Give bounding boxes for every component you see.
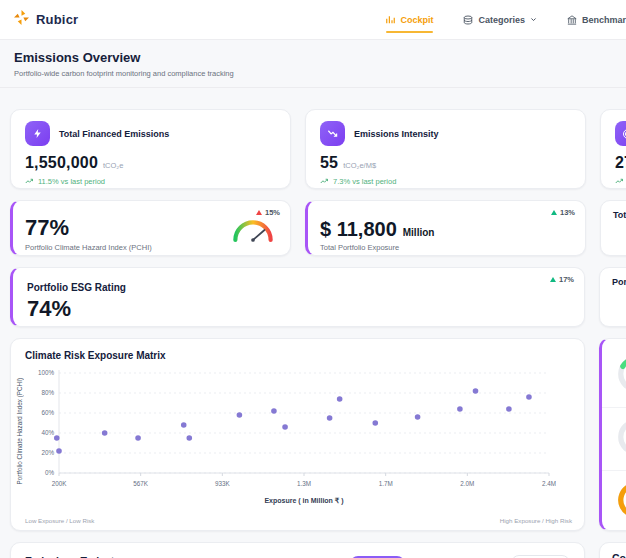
kpi-value: 1,550,000 (25, 154, 98, 172)
right-card-mid-title: Portfoli (612, 277, 626, 287)
rubicr-logo-icon (14, 10, 29, 29)
progress-ring-gray-icon (616, 416, 626, 458)
chart-footer: Low Exposure / Low Risk High Exposure / … (25, 517, 572, 524)
top-navbar: Rubicr Cockpit Categories Benchmarks (0, 0, 626, 40)
risk-matrix-svg: 0%20%40%60%80%100%200K567K933K1.3M1.7M2.… (25, 365, 556, 515)
main-nav: Cockpit Categories Benchmarks (386, 9, 626, 31)
triangle-up-icon (550, 277, 556, 282)
chevron-down-icon (530, 16, 537, 23)
exposure-label: Total Portfolio Exposure (320, 243, 573, 252)
svg-text:200K: 200K (52, 480, 68, 487)
svg-text:0%: 0% (45, 469, 55, 476)
risk-matrix-card[interactable]: Climate Risk Exposure Matrix Portfolio C… (10, 338, 585, 531)
kpi-card-total-financed-emissions[interactable]: Total Financed Emissions 1,550,000 tCO₂e… (10, 109, 291, 189)
brand[interactable]: Rubicr (14, 10, 78, 29)
kpi-unit: tCO₂e (103, 161, 123, 170)
svg-text:933K: 933K (215, 480, 231, 487)
ring-row-orange (602, 471, 626, 531)
kpi-card-emissions-intensity[interactable]: Emissions Intensity 55 tCO₂e/M$ 7.3% vs … (305, 109, 586, 189)
page-title: Emissions Overview (14, 50, 612, 65)
svg-text:20%: 20% (41, 449, 54, 456)
stat-row: 15% 77% Portfolio Climate Hazard Index (… (10, 200, 626, 256)
svg-text:567K: 567K (133, 480, 149, 487)
bolt-icon (25, 121, 50, 146)
trajectory-row: Emissions Trajectory Monthly Emissions (… (10, 542, 626, 558)
kpi-value: 55 (320, 154, 338, 172)
footer-low-risk: Low Exposure / Low Risk (25, 517, 94, 524)
svg-text:80%: 80% (41, 389, 54, 396)
kpi-card-clipped[interactable]: 27 4. (600, 109, 626, 189)
triangle-up-icon (551, 210, 557, 215)
page-header: Emissions Overview Portfolio-wide carbon… (0, 40, 626, 88)
esg-rating-card[interactable]: 17% Portfolio ESG Rating 74% (10, 267, 585, 327)
kpi-title: Total Financed Emissions (59, 129, 169, 139)
ring-row-green (602, 345, 626, 408)
svg-text:40%: 40% (41, 429, 54, 436)
kpi-trend: 4. (615, 177, 626, 186)
kpi-unit: tCO₂e/M$ (343, 161, 376, 170)
chart-y-axis-label: Portfolio Climate Hazard Index (PCHI) (16, 367, 23, 495)
landmark-icon (567, 15, 577, 25)
exposure-value: $ 11,800 (320, 218, 397, 241)
chart-icon (386, 15, 395, 24)
emissions-trajectory-card[interactable]: Emissions Trajectory Monthly Emissions (… (10, 542, 585, 558)
progress-ring-green-icon (616, 353, 626, 395)
nav-item-benchmarks[interactable]: Benchmarks (567, 9, 626, 31)
brand-name: Rubicr (36, 12, 78, 27)
esg-row: 17% Portfolio ESG Rating 74% Portfoli (10, 267, 626, 327)
right-card-top[interactable]: Total Po (600, 200, 626, 256)
pchi-gauge (230, 215, 276, 249)
page-subtitle: Portfolio-wide carbon footprint monitori… (14, 69, 612, 78)
exposure-card[interactable]: 13% $ 11,800 Million Total Portfolio Exp… (305, 200, 586, 256)
esg-value: 74% (27, 296, 570, 322)
esg-delta-badge: 17% (550, 275, 574, 284)
footer-high-risk: High Exposure / High Risk (500, 517, 572, 524)
dashboard-canvas: Total Financed Emissions 1,550,000 tCO₂e… (0, 88, 626, 558)
svg-text:1.3M: 1.3M (297, 480, 311, 487)
trend-up-icon (25, 178, 34, 185)
kpi-row: Total Financed Emissions 1,550,000 tCO₂e… (10, 109, 626, 189)
kpi-trend: 11.5% vs last period (25, 177, 276, 186)
right-card-mid[interactable]: Portfoli (599, 267, 626, 327)
right-card-bottom-title: Com (612, 552, 626, 558)
svg-text:60%: 60% (41, 409, 54, 416)
esg-label: Portfolio ESG Rating (27, 282, 570, 293)
target-icon (615, 121, 626, 146)
right-card-bottom[interactable]: Com Regula (599, 542, 626, 558)
chart-title: Climate Risk Exposure Matrix (25, 350, 570, 361)
pchi-card[interactable]: 15% 77% Portfolio Climate Hazard Index (… (10, 200, 291, 256)
svg-text:1.7M: 1.7M (379, 480, 393, 487)
kpi-trend: 7.3% vs last period (320, 177, 571, 186)
progress-ring-orange-icon (616, 479, 626, 521)
svg-text:Exposure ( in Million ₹ ): Exposure ( in Million ₹ ) (264, 497, 343, 505)
kpi-title: Emissions Intensity (354, 129, 439, 139)
svg-text:2.0M: 2.0M (460, 480, 474, 487)
coins-icon (463, 15, 473, 25)
svg-text:2.4M: 2.4M (542, 480, 556, 487)
kpi-value: 27 (615, 154, 626, 172)
exposure-delta-badge: 13% (551, 208, 575, 217)
chart-row: Climate Risk Exposure Matrix Portfolio C… (10, 338, 626, 531)
right-rings-card[interactable] (599, 338, 626, 531)
ring-row-gray (602, 408, 626, 471)
exposure-unit: Million (403, 227, 435, 238)
trend-down-icon (320, 121, 345, 146)
right-card-top-title: Total Po (613, 210, 626, 220)
nav-item-cockpit[interactable]: Cockpit (386, 9, 433, 31)
svg-text:100%: 100% (38, 369, 55, 376)
trend-up-icon (615, 178, 624, 185)
nav-item-categories[interactable]: Categories (463, 9, 537, 31)
trend-up-icon (320, 178, 329, 185)
